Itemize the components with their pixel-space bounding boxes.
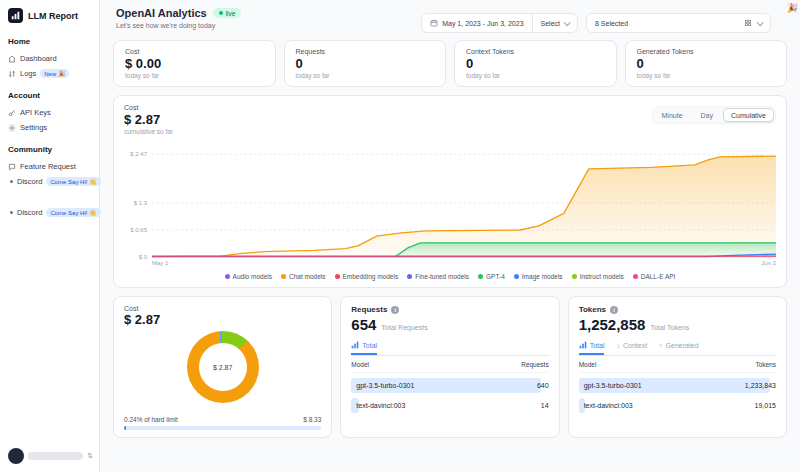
chevron-down-icon: [757, 19, 764, 26]
x-axis-label-start: May 1: [152, 260, 168, 266]
toggle-cumulative[interactable]: Cumulative: [723, 108, 774, 122]
stat-card-generated-tokens: Generated Tokens 0 today so far: [625, 40, 788, 87]
hard-limit-progress: [124, 426, 321, 430]
chart-legend: Audio modelsChat modelsEmbedding modelsF…: [124, 273, 776, 280]
cost-card-label: Cost: [124, 305, 321, 312]
stat-card-sub: today so far: [637, 72, 776, 79]
nav-section-community-title: Community: [8, 145, 91, 154]
hard-limit-amount: $ 8.33: [303, 416, 321, 423]
legend-dot-icon: [478, 274, 483, 279]
stat-card-label: Cost: [125, 48, 264, 55]
legend-dot-icon: [572, 274, 577, 279]
stat-card-value: 0: [466, 56, 605, 71]
tab-total[interactable]: Total: [351, 341, 377, 355]
sidebar-item-dashboard[interactable]: Dashboard: [8, 51, 91, 66]
tab-total[interactable]: Total: [579, 341, 605, 355]
stat-card-requests: Requests 0 today so far: [284, 40, 447, 87]
table-header-tokens: Tokens: [755, 361, 776, 368]
stat-card-value: 0: [296, 56, 435, 71]
app-window: LLM Report Home Dashboard Logs New 🎉 Acc…: [0, 0, 800, 472]
header-controls: May 1, 2023 - Jun 3, 2023 Select 8 Selec…: [421, 13, 771, 33]
app-logo[interactable]: LLM Report: [8, 8, 91, 23]
user-menu[interactable]: ⇅: [8, 448, 93, 464]
discord-badge-2: Come Say Hi! 👋: [46, 208, 100, 217]
bar-chart-icon: [351, 341, 359, 349]
legend-dot-icon: [225, 274, 230, 279]
legend-item: Embedding models: [335, 273, 399, 280]
bar-chart-icon: [579, 341, 587, 349]
avatar[interactable]: [8, 448, 24, 464]
date-range-text: May 1, 2023 - Jun 3, 2023: [442, 20, 523, 27]
sidebar-item-label: API Keys: [20, 108, 51, 117]
granularity-select[interactable]: Select: [532, 14, 577, 32]
llm-report-logo-icon: [8, 8, 23, 23]
home-icon: [8, 55, 16, 63]
bullet-icon: [10, 180, 13, 183]
sidebar-item-label: Discord: [17, 177, 42, 186]
discord-badge: Come Say Hi! 👋: [46, 177, 100, 186]
nav-section-account-title: Account: [8, 91, 91, 100]
logs-new-badge: New 🎉: [40, 69, 69, 78]
stat-card-sub: today so far: [125, 72, 264, 79]
y-axis-tick: $ 1.3: [134, 200, 147, 206]
sidebar-item-label: Dashboard: [20, 54, 57, 63]
requests-card: Requests 654 Total Requests Total Model …: [340, 296, 559, 438]
models-filter[interactable]: 8 Selected: [586, 13, 771, 33]
sidebar-item-label: Settings: [20, 123, 47, 132]
requests-card-title: Requests: [351, 305, 387, 314]
download-icon: ↓: [616, 342, 620, 349]
table-row[interactable]: text-davinci:003 14: [351, 398, 548, 413]
sidebar-item-settings[interactable]: Settings: [8, 120, 91, 135]
legend-item: Instruct models: [572, 273, 624, 280]
model-name: text-davinci:003: [579, 402, 633, 409]
table-header-model: Model: [351, 361, 369, 368]
sidebar-item-api-keys[interactable]: API Keys: [8, 105, 91, 120]
tokens-card-title: Tokens: [579, 305, 606, 314]
date-range-picker[interactable]: May 1, 2023 - Jun 3, 2023 Select: [421, 13, 578, 33]
bullet-icon: [10, 211, 13, 214]
model-name: gpt-3.5-turbo-0301: [351, 382, 414, 389]
page-subtitle: Let's see how we're doing today: [116, 22, 241, 29]
sidebar-item-discord-2[interactable]: Discord Come Say Hi! 👋: [8, 205, 91, 220]
legend-dot-icon: [407, 274, 412, 279]
legend-item: Fine-tuned models: [407, 273, 469, 280]
stat-card-context-tokens: Context Tokens 0 today so far: [454, 40, 617, 87]
x-axis-label-end: Jun 2: [761, 260, 776, 266]
sidebar-item-label: Logs: [20, 69, 36, 78]
sidebar-item-logs[interactable]: Logs New 🎉: [8, 66, 91, 81]
tab-generated[interactable]: ↑ Generated: [659, 341, 699, 355]
total-requests-label: Total Requests: [381, 324, 427, 331]
app-title: LLM Report: [28, 11, 78, 21]
legend-item: DALL-E API: [633, 273, 676, 280]
chevron-updown-icon: ⇅: [87, 452, 93, 460]
stat-card-value: 0: [637, 56, 776, 71]
toggle-minute[interactable]: Minute: [654, 108, 691, 122]
tokens-card: Tokens 1,252,858 Total Tokens Total ↓ Co…: [568, 296, 787, 438]
token-count: 1,233,843: [745, 382, 776, 389]
request-count: 640: [537, 382, 549, 389]
calendar-icon: [430, 19, 438, 27]
table-row[interactable]: text-davinci:003 19,015: [579, 398, 776, 413]
page-title: OpenAI Analytics: [116, 7, 207, 19]
granularity-toggle-group: Minute Day Cumulative: [652, 106, 776, 124]
legend-dot-icon: [514, 274, 519, 279]
legend-item: GPT-4: [478, 273, 505, 280]
sidebar-item-label: Feature Request: [20, 162, 76, 171]
sidebar-item-feature-request[interactable]: Feature Request: [8, 159, 91, 174]
sidebar-item-discord[interactable]: Discord Come Say Hi! 👋: [8, 174, 91, 189]
stat-card-label: Requests: [296, 48, 435, 55]
tokens-total: 1,252,858: [579, 316, 646, 333]
info-icon[interactable]: [391, 306, 399, 314]
info-icon[interactable]: [610, 306, 618, 314]
grid-icon: [744, 19, 752, 27]
table-row[interactable]: gpt-3.5-turbo-0301 640: [351, 378, 548, 393]
user-name-placeholder: [28, 452, 83, 460]
tab-context[interactable]: ↓ Context: [616, 341, 647, 355]
party-emoji: 🎉: [787, 3, 798, 13]
cost-chart-card: Cost $ 2.87 cumulative so far Minute Day…: [113, 95, 787, 288]
tokens-tabs: Total ↓ Context ↑ Generated: [579, 341, 776, 356]
cost-card-value: $ 2.87: [124, 312, 321, 327]
table-row[interactable]: gpt-3.5-turbo-0301 1,233,843: [579, 378, 776, 393]
y-axis-tick: $ 0.65: [130, 227, 147, 233]
toggle-day[interactable]: Day: [693, 108, 721, 122]
